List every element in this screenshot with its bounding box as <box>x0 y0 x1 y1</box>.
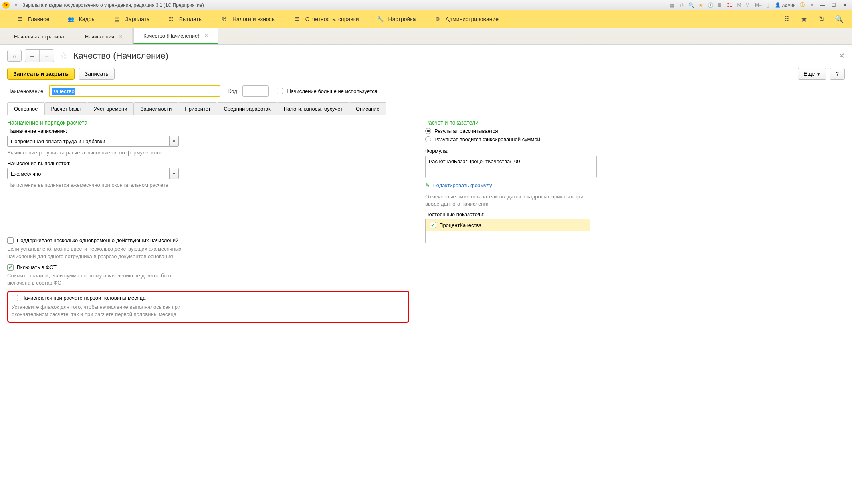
indicator-name: ПроцентКачества <box>439 222 481 228</box>
tb-icon-2[interactable]: ⎙ <box>678 2 686 9</box>
perform-label: Начисление выполняется: <box>7 160 409 166</box>
tb-icon-1[interactable]: ▦ <box>668 2 676 9</box>
indicator-row-empty <box>426 231 590 243</box>
page-title: Качество (Начисление) <box>73 51 836 61</box>
table-icon: ▤ <box>113 15 121 23</box>
page-tabstrip: Начальная страница Начисления✕ Качество … <box>0 28 852 45</box>
tb-icon-3[interactable]: 🔍 <box>687 2 695 9</box>
tab-accruals-close[interactable]: ✕ <box>119 34 123 39</box>
calendar-icon[interactable]: 31 <box>725 2 733 9</box>
m-minus-icon[interactable]: M− <box>754 2 762 9</box>
name-value: Качество <box>52 88 75 95</box>
subtab-time[interactable]: Учет времени <box>87 102 134 115</box>
permanent-label: Постоянные показатели: <box>425 211 827 217</box>
nav-group: ← → <box>25 49 54 62</box>
menu-vyplaty[interactable]: ☷Выплаты <box>159 13 212 26</box>
tab-quality-label: Качество (Начисление) <box>143 33 200 39</box>
favorite-toggle[interactable]: ☆ <box>60 51 68 61</box>
chevron-down-icon: ▼ <box>816 72 820 77</box>
menu-nalogi-label: Налоги и взносы <box>232 16 276 22</box>
formula-box[interactable]: РасчетнаяБаза*ПроцентКачества/100 <box>425 156 597 178</box>
close-window-button[interactable]: ✕ <box>840 1 850 9</box>
menu-dropdown-icon[interactable]: ▾ <box>808 2 816 9</box>
save-close-button[interactable]: Записать и закрыть <box>7 68 75 80</box>
subtab-priority[interactable]: Приоритет <box>178 102 217 115</box>
radio-calculated-label: Результат рассчитывается <box>434 128 498 134</box>
subtab-main[interactable]: Основное <box>7 102 45 115</box>
perform-hint: Начисление выполняется ежемесячно при ок… <box>7 182 409 189</box>
maximize-button[interactable]: ☐ <box>829 1 838 9</box>
multiple-checkbox[interactable] <box>7 237 14 244</box>
save-button[interactable]: Записать <box>79 68 115 80</box>
info-icon[interactable]: ⓘ <box>799 2 806 9</box>
edit-formula-link[interactable]: Редактировать формулу <box>433 182 492 188</box>
clock-icon[interactable]: 🕓 <box>706 2 714 9</box>
m-plus-icon[interactable]: M+ <box>745 2 753 9</box>
app-title: Зарплата и кадры государственного учрежд… <box>22 2 204 8</box>
star-icon[interactable]: ★ <box>799 14 810 25</box>
indicator-row[interactable]: ПроцентКачества <box>426 219 590 231</box>
close-page-button[interactable]: ✕ <box>839 51 845 60</box>
subtab-base[interactable]: Расчет базы <box>44 102 88 115</box>
menu-otchet[interactable]: ☰Отчетность, справки <box>285 13 368 26</box>
subtab-avg[interactable]: Средний заработок <box>217 102 277 115</box>
fot-checkbox[interactable] <box>7 264 14 271</box>
dropdown-icon[interactable]: ▾ <box>12 2 20 9</box>
perform-dropdown-icon[interactable]: ▼ <box>169 168 179 179</box>
unused-checkbox[interactable] <box>277 88 283 94</box>
more-label: Еще <box>804 71 815 77</box>
tab-start[interactable]: Начальная страница <box>4 28 74 44</box>
subtab-deps[interactable]: Зависимости <box>133 102 178 115</box>
percent-icon: % <box>220 15 228 23</box>
menu-zarplata[interactable]: ▤Зарплата <box>104 13 158 26</box>
panel-icon[interactable]: ▯ <box>764 2 772 9</box>
unused-label: Начисление больше не используется <box>287 88 377 94</box>
m-icon[interactable]: M <box>735 2 743 9</box>
subtab-desc[interactable]: Описание <box>349 102 386 115</box>
highlighted-section: Начисляется при расчете первой половины … <box>7 291 409 322</box>
menu-nalogi[interactable]: %Налоги и взносы <box>212 13 285 26</box>
subtab-taxes[interactable]: Налоги, взносы, бухучет <box>277 102 349 115</box>
name-input[interactable]: Качество <box>49 85 220 97</box>
radio-calculated[interactable] <box>425 128 431 134</box>
pencil-icon: ✎ <box>425 182 430 188</box>
perform-input[interactable] <box>7 168 169 179</box>
purpose-input[interactable] <box>7 136 169 147</box>
burger-menu[interactable]: ☰Главное <box>7 13 58 26</box>
code-input[interactable] <box>242 85 269 97</box>
history-icon[interactable]: ↻ <box>816 14 827 25</box>
perform-combo[interactable]: ▼ <box>7 168 179 179</box>
tab-accruals-label: Начисления <box>85 34 114 40</box>
home-button[interactable]: ⌂ <box>7 50 22 62</box>
current-user[interactable]: 👤 Админ <box>773 2 797 8</box>
right-column: Расчет и показатели Результат рассчитыва… <box>425 119 827 323</box>
wrench-icon: 🔧 <box>376 15 384 23</box>
tab-quality[interactable]: Качество (Начисление)✕ <box>133 28 218 44</box>
menu-admin[interactable]: ⚙Администрирование <box>425 13 508 26</box>
burger-icon: ☰ <box>16 15 24 23</box>
indicator-checkbox[interactable] <box>430 222 436 228</box>
money-icon: ☷ <box>167 15 175 23</box>
multiple-hint: Если установлено, можно ввести несколько… <box>7 245 183 260</box>
menu-nastroyka[interactable]: 🔧Настройка <box>368 13 425 26</box>
favorite-icon[interactable]: ★ <box>697 2 705 9</box>
help-button[interactable]: ? <box>830 68 845 80</box>
purpose-dropdown-icon[interactable]: ▼ <box>169 136 179 147</box>
fot-hint: Снимите флажок, если сумма по этому начи… <box>7 272 183 287</box>
tab-quality-close[interactable]: ✕ <box>204 33 208 38</box>
purpose-combo[interactable]: ▼ <box>7 136 179 147</box>
titlebar: 1c ▾ Зарплата и кадры государственного у… <box>0 0 852 10</box>
minimize-button[interactable]: — <box>818 1 827 9</box>
firsthalf-checkbox[interactable] <box>12 295 18 301</box>
radio-fixed[interactable] <box>425 136 431 142</box>
apps-icon[interactable]: ⠿ <box>781 14 792 25</box>
more-button[interactable]: Еще ▼ <box>798 68 826 80</box>
back-button[interactable]: ← <box>25 50 40 62</box>
menu-kadry[interactable]: 👥Кадры <box>58 13 105 26</box>
forward-button[interactable]: → <box>40 50 54 62</box>
indicator-list: ПроцентКачества <box>425 219 590 243</box>
multiple-label: Поддерживает несколько одновременно дейс… <box>17 237 178 243</box>
search-icon[interactable]: 🔍 <box>834 14 845 25</box>
calc-icon[interactable]: 🖩 <box>716 2 724 9</box>
tab-accruals[interactable]: Начисления✕ <box>75 28 133 44</box>
